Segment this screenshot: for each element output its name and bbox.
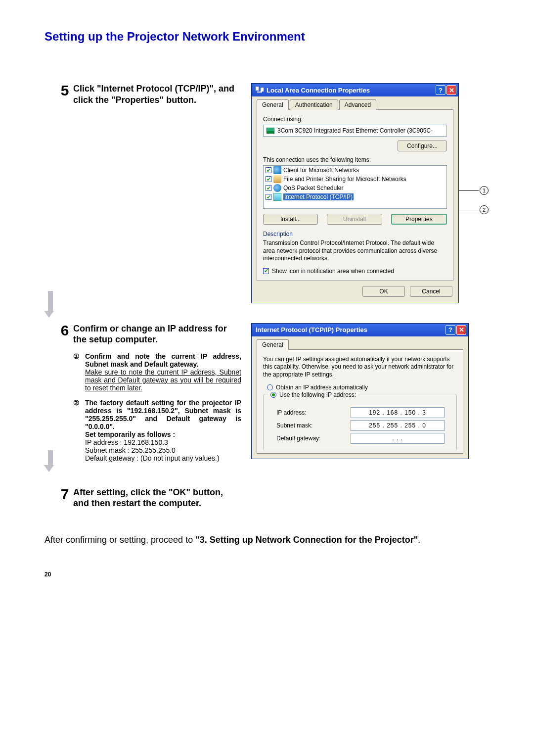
ok-button[interactable]: OK bbox=[362, 286, 405, 297]
radio-manual-label: Use the following IP address: bbox=[279, 391, 356, 398]
substep-bold: The factory default setting for the proj… bbox=[85, 399, 241, 430]
item-label: File and Printer Sharing for Microsoft N… bbox=[283, 176, 406, 183]
ip-label: IP address: bbox=[276, 409, 351, 416]
page-title: Setting up the Projector Network Environ… bbox=[44, 30, 490, 44]
callout-2: 2 bbox=[459, 205, 489, 214]
list-item[interactable]: ✔ QoS Packet Scheduler bbox=[264, 184, 446, 192]
subnet-field[interactable]: 255 . 255 . 255 . 0 bbox=[351, 420, 445, 431]
step-5: 5 Click "Internet Protocol (TCP/IP)", an… bbox=[44, 83, 490, 303]
subnet-row: Subnet mask: 255 . 255 . 255 . 0 bbox=[276, 420, 451, 431]
tcpip-properties-dialog: Internet Protocol (TCP/IP) Properties ? … bbox=[251, 323, 469, 459]
list-item-tcpip[interactable]: ✔ Internet Protocol (TCP/IP) bbox=[264, 192, 446, 201]
checkbox-icon[interactable]: ✔ bbox=[266, 167, 271, 173]
tab-advanced[interactable]: Advanced bbox=[339, 99, 376, 110]
close-button[interactable]: ✕ bbox=[456, 325, 466, 335]
final-note-bold: "3. Setting up Network Connection for th… bbox=[195, 535, 418, 545]
item-label: Internet Protocol (TCP/IP) bbox=[283, 193, 354, 200]
substep-bold: Set temporarily as follows : bbox=[85, 430, 175, 438]
nic-icon bbox=[267, 128, 274, 134]
list-item[interactable]: ✔ Client for Microsoft Networks bbox=[264, 166, 446, 175]
tab-authentication[interactable]: Authentication bbox=[290, 99, 338, 110]
uses-items-label: This connection uses the following items… bbox=[263, 156, 447, 163]
arrow-down-icon bbox=[46, 291, 54, 318]
description-label: Description bbox=[263, 231, 447, 237]
titlebar: Internet Protocol (TCP/IP) Properties ? … bbox=[252, 324, 468, 336]
radio-icon[interactable] bbox=[267, 384, 273, 390]
nic-field[interactable]: 3Com 3C920 Integrated Fast Ethernet Cont… bbox=[263, 125, 447, 137]
tab-general[interactable]: General bbox=[257, 339, 289, 350]
checkbox-icon[interactable]: ✔ bbox=[266, 194, 271, 200]
show-icon-row[interactable]: ✔ Show icon in notification area when co… bbox=[263, 268, 447, 275]
cancel-button[interactable]: Cancel bbox=[410, 286, 452, 297]
final-note-suffix: . bbox=[418, 535, 420, 545]
step-heading: Confirm or change an IP address for the … bbox=[73, 323, 241, 345]
nic-name: 3Com 3C920 Integrated Fast Ethernet Cont… bbox=[277, 127, 433, 134]
tab-general[interactable]: General bbox=[257, 99, 289, 110]
fileshare-icon bbox=[273, 175, 281, 183]
qos-icon bbox=[273, 184, 281, 192]
final-note: After confirming or setting, proceed to … bbox=[44, 534, 490, 546]
substep-underline: Make sure to note the current IP address… bbox=[85, 368, 241, 392]
radio-auto-row[interactable]: Obtain an IP address automatically bbox=[267, 384, 457, 391]
uninstall-button: Uninstall bbox=[327, 214, 382, 225]
install-button[interactable]: Install... bbox=[263, 214, 318, 225]
tcpip-icon bbox=[273, 193, 281, 201]
radio-manual-row[interactable]: Use the following IP address: bbox=[268, 391, 358, 398]
circled-number: ① bbox=[73, 352, 80, 360]
configure-button[interactable]: Configure... bbox=[398, 141, 447, 151]
close-button[interactable]: ✕ bbox=[446, 85, 456, 95]
window-title: Local Area Connection Properties bbox=[267, 87, 435, 94]
step-number: 6 bbox=[56, 323, 73, 338]
callout-1: 1 bbox=[459, 186, 489, 195]
manual-ip-fieldset: Use the following IP address: IP address… bbox=[263, 394, 457, 451]
titlebar: Local Area Connection Properties ? ✕ bbox=[252, 84, 458, 96]
substep-bold: Confirm and note the current IP address,… bbox=[85, 352, 241, 368]
list-item[interactable]: ✔ File and Printer Sharing for Microsoft… bbox=[264, 175, 446, 184]
step-6: 6 Confirm or change an IP address for th… bbox=[44, 323, 490, 467]
intro-text: You can get IP settings assigned automat… bbox=[263, 356, 457, 379]
network-icon bbox=[256, 87, 264, 94]
help-button[interactable]: ? bbox=[445, 325, 455, 335]
ip-address-row: IP address: 192 . 168 . 150 . 3 bbox=[276, 407, 451, 418]
gateway-field[interactable]: . . . bbox=[351, 433, 445, 444]
step-heading: After setting, click the "OK" button, an… bbox=[73, 487, 241, 509]
substep-1: ① Confirm and note the current IP addres… bbox=[73, 352, 241, 392]
connect-using-label: Connect using: bbox=[263, 116, 447, 123]
page-number: 20 bbox=[44, 571, 490, 578]
checkbox-icon[interactable]: ✔ bbox=[263, 268, 269, 274]
step-heading: Click "Internet Protocol (TCP/IP)", and … bbox=[73, 83, 241, 105]
substep-line: Subnet mask : 255.255.255.0 bbox=[85, 446, 176, 454]
radio-auto-label: Obtain an IP address automatically bbox=[276, 384, 368, 391]
step-7: 7 After setting, click the "OK" button, … bbox=[44, 487, 490, 514]
description-text: Transmission Control Protocol/Internet P… bbox=[263, 239, 447, 263]
tabs: General Authentication Advanced bbox=[257, 99, 453, 110]
show-icon-label: Show icon in notification area when conn… bbox=[272, 268, 394, 275]
help-button[interactable]: ? bbox=[436, 85, 445, 95]
final-note-prefix: After confirming or setting, proceed to bbox=[44, 535, 195, 545]
item-label: QoS Packet Scheduler bbox=[283, 185, 343, 191]
checkbox-icon[interactable]: ✔ bbox=[266, 185, 271, 191]
client-icon bbox=[273, 166, 281, 174]
items-listbox[interactable]: ✔ Client for Microsoft Networks ✔ File a… bbox=[263, 165, 447, 209]
gateway-label: Default gateway: bbox=[276, 435, 351, 442]
arrow-down-icon bbox=[46, 450, 54, 472]
radio-icon[interactable] bbox=[270, 392, 276, 398]
window-title: Internet Protocol (TCP/IP) Properties bbox=[256, 326, 445, 333]
tabs: General bbox=[257, 339, 463, 350]
ip-address-field[interactable]: 192 . 168 . 150 . 3 bbox=[351, 407, 445, 418]
substep-line: Default gateway : (Do not input any valu… bbox=[85, 454, 220, 462]
circled-number: ② bbox=[73, 399, 80, 407]
item-label: Client for Microsoft Networks bbox=[283, 167, 359, 174]
substep-2: ② The factory default setting for the pr… bbox=[73, 399, 241, 462]
substep-line: IP address : 192.168.150.3 bbox=[85, 438, 168, 446]
step-number: 5 bbox=[56, 83, 73, 98]
lan-properties-dialog: Local Area Connection Properties ? ✕ Gen… bbox=[251, 83, 459, 303]
checkbox-icon[interactable]: ✔ bbox=[266, 176, 271, 182]
gateway-row: Default gateway: . . . bbox=[276, 433, 451, 444]
properties-button[interactable]: Properties bbox=[391, 214, 447, 225]
subnet-label: Subnet mask: bbox=[276, 422, 351, 429]
step-number: 7 bbox=[56, 487, 73, 502]
